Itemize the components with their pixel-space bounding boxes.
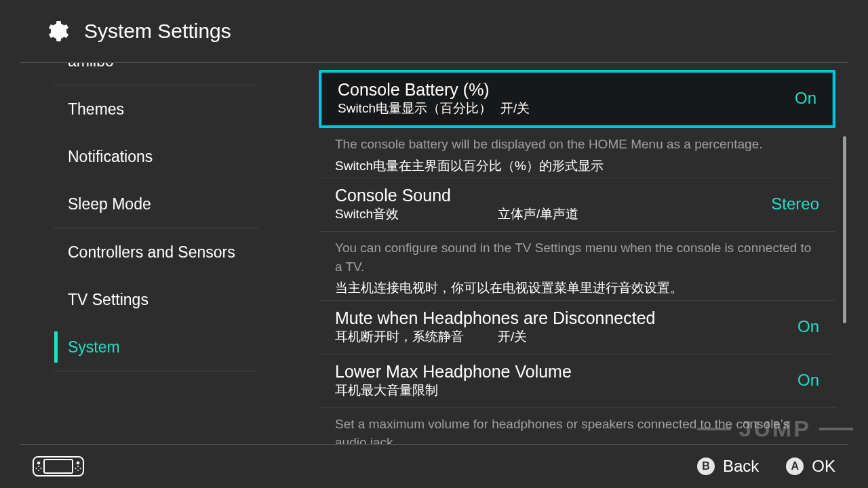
setting-title: Mute when Headphones are Disconnected	[335, 308, 656, 328]
svg-point-10	[75, 468, 77, 469]
sidebar-item-label: Sleep Mode	[68, 195, 151, 214]
sidebar-item-label: TV Settings	[68, 291, 149, 309]
svg-point-4	[38, 470, 39, 471]
sidebar-item-label: Notifications	[68, 148, 153, 166]
svg-point-7	[38, 466, 39, 467]
sidebar-item-system[interactable]: System	[20, 323, 292, 371]
setting-value: On	[795, 89, 816, 108]
scrollbar-thumb[interactable]	[843, 136, 846, 323]
hint-back[interactable]: B Back	[697, 457, 759, 476]
setting-description: The console battery will be displayed on…	[319, 128, 835, 178]
svg-point-6	[36, 468, 37, 469]
svg-point-5	[41, 468, 42, 469]
setting-title: Console Sound	[335, 185, 578, 205]
main-area: amiibo Themes Notifications Sleep Mode C…	[20, 62, 848, 445]
setting-row-lower-max-volume[interactable]: Lower Max Headphone Volume 耳机最大音量限制 On	[319, 354, 835, 408]
sidebar-item-label: Controllers and Sensors	[68, 243, 235, 262]
setting-subtitle: 耳机断开时，系统静音 开/关	[335, 328, 656, 346]
svg-rect-1	[44, 460, 73, 473]
sidebar: amiibo Themes Notifications Sleep Mode C…	[20, 63, 292, 444]
sidebar-item-amiibo[interactable]: amiibo	[20, 63, 292, 85]
setting-subtitle: Switch音效 立体声/单声道	[335, 205, 578, 223]
setting-row-console-sound[interactable]: Console Sound Switch音效 立体声/单声道 Stereo	[319, 178, 835, 232]
sidebar-item-tv-settings[interactable]: TV Settings	[20, 276, 292, 323]
sidebar-item-label: Themes	[68, 100, 124, 119]
svg-point-2	[37, 462, 41, 465]
sidebar-divider	[54, 371, 258, 371]
setting-subtitle: Switch电量显示（百分比） 开/关	[338, 100, 530, 117]
a-button-icon: A	[786, 458, 804, 475]
setting-title: Lower Max Headphone Volume	[335, 361, 572, 382]
hint-label: Back	[723, 457, 759, 476]
setting-value: Stereo	[771, 195, 819, 214]
svg-point-11	[77, 466, 79, 467]
setting-description: You can configure sound in the TV Settin…	[319, 232, 835, 301]
header: System Settings	[0, 0, 868, 62]
setting-value: On	[797, 317, 819, 336]
svg-point-3	[77, 462, 80, 465]
sidebar-item-controllers[interactable]: Controllers and Sensors	[20, 228, 292, 276]
b-button-icon: B	[697, 458, 715, 475]
gear-icon	[45, 19, 69, 43]
sidebar-item-themes[interactable]: Themes	[20, 85, 292, 133]
sidebar-item-sleep-mode[interactable]: Sleep Mode	[20, 180, 292, 228]
page-title: System Settings	[84, 20, 231, 43]
setting-subtitle: 耳机最大音量限制	[335, 382, 572, 399]
content-pane: Console Battery (%) Switch电量显示（百分比） 开/关 …	[292, 63, 848, 444]
footer: B Back A OK	[20, 445, 848, 488]
setting-value: On	[797, 371, 819, 390]
hint-ok[interactable]: A OK	[786, 457, 835, 476]
console-icon	[33, 456, 84, 476]
svg-point-8	[77, 470, 79, 471]
svg-point-9	[80, 468, 81, 469]
scrollbar[interactable]	[843, 68, 846, 439]
setting-row-mute-headphones[interactable]: Mute when Headphones are Disconnected 耳机…	[319, 301, 835, 354]
sidebar-item-notifications[interactable]: Notifications	[20, 133, 292, 180]
watermark: JUMP	[697, 415, 853, 442]
hint-label: OK	[812, 457, 835, 476]
setting-title: Console Battery (%)	[338, 79, 530, 100]
setting-row-console-battery[interactable]: Console Battery (%) Switch电量显示（百分比） 开/关 …	[319, 70, 835, 128]
sidebar-item-label: System	[68, 338, 120, 357]
sidebar-item-label: amiibo	[68, 63, 114, 70]
